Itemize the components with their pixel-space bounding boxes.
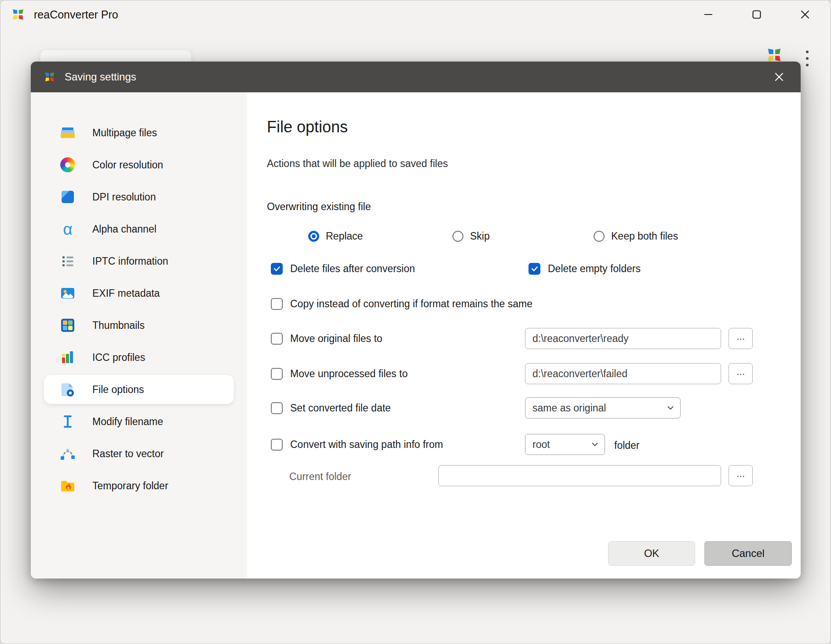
sidebar-item-label: ICC profiles xyxy=(92,352,145,364)
file-options-icon xyxy=(59,381,77,398)
sidebar-item-modify-filename[interactable]: Modify filename xyxy=(44,407,234,436)
sidebar-item-iptc-information[interactable]: IPTC information xyxy=(44,247,234,276)
sidebar-item-label: IPTC information xyxy=(92,255,168,267)
checkbox-unchecked-icon[interactable] xyxy=(271,439,283,451)
close-button[interactable] xyxy=(795,4,815,25)
temporary-folder-icon xyxy=(59,477,77,495)
minimize-button[interactable] xyxy=(698,4,718,25)
app-logo-icon xyxy=(9,6,27,23)
checkbox-label: Move original files to xyxy=(290,333,383,345)
browse-current-folder-button[interactable]: ... xyxy=(729,465,753,486)
chevron-down-icon xyxy=(661,403,680,413)
sidebar-item-file-options[interactable]: File options xyxy=(44,375,234,404)
radio-label: Skip xyxy=(470,230,490,242)
select-value: root xyxy=(532,439,550,451)
sidebar-item-alpha-channel[interactable]: α Alpha channel xyxy=(44,215,234,244)
checkbox-checked-icon[interactable] xyxy=(271,263,283,275)
dialog-logo-icon xyxy=(42,69,57,84)
bottom-bar: Save as WebP to Subfolder: Converted Con… xyxy=(0,593,831,644)
sidebar-item-label: Thumbnails xyxy=(92,320,145,331)
checkbox-move-original-files[interactable]: Move original files to xyxy=(271,332,383,345)
checkbox-unchecked-icon[interactable] xyxy=(271,402,283,414)
browse-unprocessed-button[interactable]: ... xyxy=(729,363,753,384)
path-root-select[interactable]: root xyxy=(525,434,605,455)
page-title: File options xyxy=(267,118,348,136)
app-window: reaConverter Pro Save as WebP xyxy=(0,0,831,644)
current-folder-label: Current folder xyxy=(289,471,351,483)
multipage-files-icon xyxy=(59,124,77,142)
checkbox-set-converted-file-date[interactable]: Set converted file date xyxy=(271,402,391,414)
move-unprocessed-path-input[interactable] xyxy=(525,363,721,384)
sidebar-item-multipage-files[interactable]: Multipage files xyxy=(44,118,234,147)
radio-replace[interactable]: Replace xyxy=(308,229,363,244)
checkbox-unchecked-icon[interactable] xyxy=(271,368,283,380)
checkbox-delete-empty-folders[interactable]: Delete empty folders xyxy=(528,262,641,275)
checkbox-convert-with-path-info[interactable]: Convert with saving path info from xyxy=(271,438,443,451)
sidebar-item-color-resolution[interactable]: Color resolution xyxy=(44,150,234,179)
color-resolution-icon xyxy=(59,156,77,174)
checkbox-label: Move unprocessed files to xyxy=(290,368,408,380)
ok-button[interactable]: OK xyxy=(608,541,695,566)
radio-unselected-icon[interactable] xyxy=(452,231,463,242)
sidebar-item-label: Multipage files xyxy=(92,127,157,139)
window-controls xyxy=(698,4,815,25)
checkbox-label: Convert with saving path info from xyxy=(290,439,443,451)
iptc-information-icon xyxy=(59,252,77,270)
icc-profiles-icon xyxy=(59,349,77,366)
sidebar-item-dpi-resolution[interactable]: DPI resolution xyxy=(44,182,234,211)
checkbox-label: Delete files after conversion xyxy=(290,263,415,275)
dialog-close-button[interactable] xyxy=(769,67,789,87)
move-original-path-input[interactable] xyxy=(525,328,721,349)
dialog-sidebar: Multipage files Color resolution DPI res… xyxy=(31,92,247,579)
page-subtitle: Actions that will be applied to saved fi… xyxy=(267,158,448,170)
folder-suffix-label: folder xyxy=(614,440,640,451)
sidebar-item-label: Alpha channel xyxy=(92,223,157,235)
cancel-button[interactable]: Cancel xyxy=(704,541,792,566)
checkbox-move-unprocessed-files[interactable]: Move unprocessed files to xyxy=(271,367,408,380)
dpi-resolution-icon xyxy=(59,188,77,206)
radio-selected-icon[interactable] xyxy=(308,231,319,242)
checkbox-checked-icon[interactable] xyxy=(528,263,540,275)
radio-label: Keep both files xyxy=(611,230,678,242)
sidebar-item-temporary-folder[interactable]: Temporary folder xyxy=(44,471,234,500)
checkbox-delete-files-after-conversion[interactable]: Delete files after conversion xyxy=(271,262,415,275)
chevron-down-icon xyxy=(585,440,605,449)
checkbox-label: Delete empty folders xyxy=(548,263,641,275)
sidebar-item-label: Raster to vector xyxy=(92,448,164,460)
app-title: reaConverter Pro xyxy=(34,8,118,21)
sidebar-item-label: Color resolution xyxy=(92,159,163,171)
sidebar-item-label: Modify filename xyxy=(92,416,163,428)
dialog-body: Multipage files Color resolution DPI res… xyxy=(31,92,801,579)
sidebar-item-thumbnails[interactable]: Thumbnails xyxy=(44,311,234,340)
saving-settings-dialog: Saving settings Multipage files xyxy=(31,62,801,579)
exif-metadata-icon xyxy=(59,284,77,302)
radio-skip[interactable]: Skip xyxy=(452,229,490,244)
checkbox-copy-instead[interactable]: Copy instead of converting if format rem… xyxy=(271,298,532,310)
checkbox-label: Set converted file date xyxy=(290,402,391,414)
maximize-button[interactable] xyxy=(747,4,767,25)
radio-keep-both-files[interactable]: Keep both files xyxy=(594,229,678,244)
checkbox-unchecked-icon[interactable] xyxy=(271,333,283,345)
sidebar-item-raster-to-vector[interactable]: Raster to vector xyxy=(44,439,234,468)
raster-to-vector-icon xyxy=(59,445,77,462)
sidebar-item-icc-profiles[interactable]: ICC profiles xyxy=(44,343,234,372)
browse-original-button[interactable]: ... xyxy=(729,328,753,349)
more-menu-button[interactable] xyxy=(804,51,810,66)
current-folder-input[interactable] xyxy=(438,465,721,486)
radio-unselected-icon[interactable] xyxy=(594,231,605,242)
dialog-titlebar: Saving settings xyxy=(31,62,801,92)
file-date-select[interactable]: same as original xyxy=(525,397,681,418)
app-titlebar: reaConverter Pro xyxy=(0,0,831,29)
checkbox-label: Copy instead of converting if format rem… xyxy=(290,298,532,310)
checkbox-unchecked-icon[interactable] xyxy=(271,298,283,310)
radio-label: Replace xyxy=(326,230,363,242)
sidebar-item-exif-metadata[interactable]: EXIF metadata xyxy=(44,279,234,308)
thumbnails-icon xyxy=(59,317,77,334)
sidebar-item-label: EXIF metadata xyxy=(92,287,160,299)
dialog-title: Saving settings xyxy=(65,71,136,83)
sidebar-item-label: DPI resolution xyxy=(92,191,156,203)
overwrite-section-label: Overwriting existing file xyxy=(267,201,371,213)
select-value: same as original xyxy=(532,402,606,414)
sidebar-item-label: File options xyxy=(92,384,144,396)
modify-filename-icon xyxy=(59,413,77,430)
